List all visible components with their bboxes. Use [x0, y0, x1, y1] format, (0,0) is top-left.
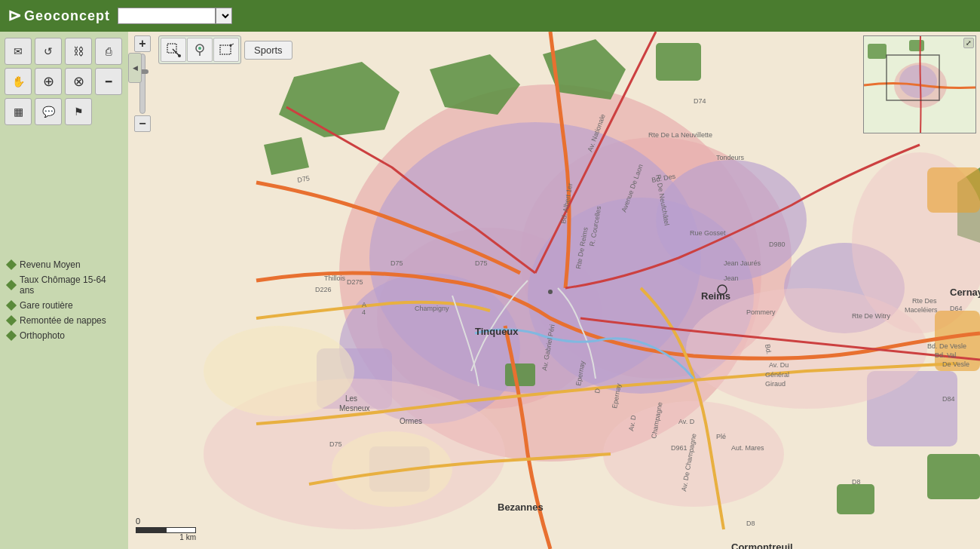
- svg-text:Bezannes: Bezannes: [498, 501, 544, 513]
- legend-label-gare: Gare routière: [20, 300, 73, 311]
- point-select-button[interactable]: [187, 38, 213, 62]
- comment-button[interactable]: 💬: [35, 98, 62, 125]
- search-input[interactable]: [118, 8, 216, 24]
- svg-text:Cernay-Lès-Reims: Cernay-Lès-Reims: [950, 287, 980, 298]
- email-button[interactable]: ✉: [5, 38, 32, 65]
- zoom-controls: + −: [134, 35, 151, 132]
- map-area[interactable]: D75 D226 D275 A 4 D75 D75 Rte De Reims D…: [128, 32, 980, 549]
- legend: Revenu Moyen Taux Chômage 15-64 ans Gare…: [0, 252, 128, 348]
- search-dropdown[interactable]: [216, 8, 232, 24]
- svg-text:Maceléiers: Maceléiers: [905, 306, 938, 314]
- svg-text:4: 4: [362, 308, 366, 316]
- svg-text:D980: D980: [769, 241, 786, 248]
- toolbar-row-2: ✋ ⊕ ⊗ ━: [5, 68, 124, 95]
- svg-text:D84: D84: [942, 395, 955, 403]
- svg-text:Av. Du: Av. Du: [769, 361, 789, 369]
- svg-text:D275: D275: [347, 278, 363, 286]
- svg-text:Giraud: Giraud: [765, 380, 786, 388]
- svg-text:D64: D64: [950, 305, 963, 312]
- svg-text:Jean: Jean: [724, 274, 739, 282]
- zoom-plus-button[interactable]: +: [134, 35, 151, 52]
- svg-point-27: [204, 326, 354, 416]
- legend-icon-gare: [6, 300, 17, 311]
- logo-icon: ⊳: [8, 6, 21, 26]
- legend-icon-remontee: [6, 315, 17, 326]
- svg-rect-20: [505, 363, 535, 386]
- map-canvas: D75 D226 D275 A 4 D75 D75 Rte De Reims D…: [128, 32, 980, 549]
- svg-text:Les: Les: [345, 394, 357, 403]
- svg-text:Pommery: Pommery: [746, 308, 776, 316]
- svg-text:Champigny: Champigny: [415, 305, 449, 312]
- svg-point-95: [230, 44, 232, 47]
- logo-text: Geoconcept: [24, 8, 110, 24]
- svg-rect-26: [927, 167, 980, 213]
- svg-point-28: [332, 431, 452, 507]
- print-button[interactable]: ⎙: [95, 38, 122, 65]
- svg-text:Tinqueux: Tinqueux: [475, 326, 519, 337]
- svg-text:A: A: [362, 301, 366, 308]
- legend-item-ortho: Orthophoto: [8, 330, 121, 341]
- legend-label-chomage: Taux Chômage 15-64 ans: [20, 274, 121, 296]
- map-toolbar: Sports: [158, 35, 292, 64]
- svg-text:Aut. Mares: Aut. Mares: [731, 444, 764, 452]
- main-layout: ✉ ↺ ⛓ ⎙ ✋ ⊕ ⊗ ━ ▦ 💬 ⚑ Revenu Moyen: [0, 32, 980, 549]
- pan-button[interactable]: ✋: [5, 68, 32, 95]
- svg-text:Mesneux: Mesneux: [339, 404, 370, 413]
- toolbar-row-1: ✉ ↺ ⛓ ⎙: [5, 38, 124, 65]
- svg-rect-15: [656, 43, 701, 81]
- svg-text:Rue Gosset: Rue Gosset: [690, 229, 726, 237]
- legend-icon-revenu: [6, 259, 17, 270]
- svg-text:Bd. De Vesle: Bd. De Vesle: [927, 342, 966, 350]
- logo: ⊳ Geoconcept: [8, 6, 110, 26]
- left-panel: ✉ ↺ ⛓ ⎙ ✋ ⊕ ⊗ ━ ▦ 💬 ⚑ Revenu Moyen: [0, 32, 128, 549]
- svg-text:D961: D961: [671, 444, 688, 452]
- sports-button[interactable]: Sports: [244, 41, 292, 60]
- ruler-button[interactable]: ━: [95, 68, 122, 95]
- svg-text:D8: D8: [852, 478, 861, 486]
- legend-item-chomage: Taux Chômage 15-64 ans: [8, 274, 121, 296]
- svg-point-90: [178, 54, 181, 57]
- svg-text:Thillois: Thillois: [324, 274, 346, 282]
- mini-map-expand-button[interactable]: ⤢: [963, 38, 974, 48]
- svg-text:D75: D75: [329, 440, 342, 448]
- link-button[interactable]: ⛓: [65, 38, 92, 65]
- legend-label-remontee: Remontée de nappes: [20, 315, 106, 326]
- zoom-minus-button[interactable]: −: [134, 115, 151, 132]
- svg-text:Rte De La Neuvillette: Rte De La Neuvillette: [648, 131, 712, 139]
- svg-rect-94: [220, 45, 231, 54]
- legend-item-revenu: Revenu Moyen: [8, 259, 121, 270]
- svg-text:D226: D226: [315, 286, 332, 293]
- toolbar: ✉ ↺ ⛓ ⎙ ✋ ⊕ ⊗ ━ ▦ 💬 ⚑: [0, 32, 128, 131]
- flag-button[interactable]: ⚑: [65, 98, 92, 125]
- legend-item-remontee: Remontée de nappes: [8, 315, 121, 326]
- svg-text:D8: D8: [746, 520, 755, 527]
- selection-tools: [158, 35, 241, 64]
- zoom-in-button[interactable]: ⊕: [35, 68, 62, 95]
- svg-text:Plé: Plé: [716, 433, 726, 440]
- header: ⊳ Geoconcept: [0, 0, 980, 32]
- toolbar-row-3: ▦ 💬 ⚑: [5, 98, 124, 125]
- svg-text:De Vesle: De Vesle: [942, 360, 969, 368]
- svg-text:Ormes: Ormes: [400, 417, 422, 425]
- legend-label-revenu: Revenu Moyen: [20, 259, 81, 270]
- collapse-panel-button[interactable]: ◀: [128, 53, 142, 83]
- svg-text:D75: D75: [475, 259, 488, 267]
- svg-text:Bd. Val: Bd. Val: [935, 351, 956, 359]
- svg-text:D75: D75: [390, 259, 403, 267]
- zoom-out-button[interactable]: ⊗: [65, 68, 92, 95]
- refresh-button[interactable]: ↺: [35, 38, 62, 65]
- svg-point-88: [548, 290, 553, 294]
- rect-select-button[interactable]: [161, 38, 186, 62]
- layer-button[interactable]: ▦: [5, 98, 32, 125]
- svg-text:Rte Des: Rte Des: [912, 297, 937, 305]
- legend-item-gare: Gare routière: [8, 300, 121, 311]
- svg-rect-17: [927, 454, 980, 499]
- poly-select-button[interactable]: [213, 38, 239, 62]
- legend-label-ortho: Orthophoto: [20, 330, 65, 341]
- svg-text:Cormontreuil: Cormontreuil: [731, 541, 793, 549]
- svg-text:Tondeurs: Tondeurs: [716, 154, 745, 161]
- svg-text:Rte De Witry: Rte De Witry: [852, 312, 891, 320]
- svg-point-93: [198, 47, 201, 50]
- svg-text:Jean Jaurés: Jean Jaurés: [724, 259, 761, 267]
- svg-rect-18: [837, 484, 874, 514]
